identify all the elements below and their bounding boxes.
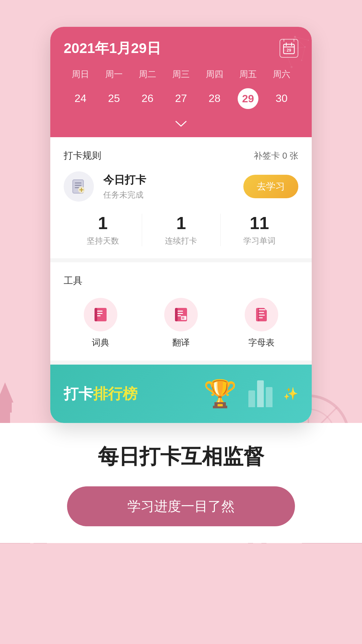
- tool-alphabet-label: 字母表: [248, 337, 275, 348]
- svg-line-35: [302, 47, 305, 60]
- page-wrapper: 2021年1月29日 29 周日 周一 周二 周三 周四 周五: [0, 0, 362, 563]
- svg-rect-59: [175, 308, 178, 321]
- weekday-mon: 周一: [97, 66, 131, 83]
- tool-dictionary-icon-wrap: [84, 298, 117, 331]
- ranking-highlight: 排行榜: [93, 385, 137, 402]
- date-28[interactable]: 28: [198, 88, 231, 109]
- stat-persist-days: 1 坚持天数: [64, 214, 142, 246]
- svg-rect-61: [182, 317, 184, 318]
- svg-rect-66: [259, 312, 264, 313]
- calendar-title: 2021年1月29日: [64, 39, 161, 58]
- checkin-task-status: 任务未完成: [103, 190, 146, 200]
- supplement-label: 补签卡 0 张: [254, 150, 298, 162]
- checkin-rules-label: 打卡规则: [64, 149, 101, 162]
- date-27[interactable]: 27: [164, 88, 198, 109]
- date-30[interactable]: 30: [265, 88, 298, 109]
- svg-rect-67: [259, 315, 265, 316]
- checkin-section: 打卡规则 补签卡 0 张: [50, 137, 312, 262]
- tool-translate[interactable]: 翻译: [144, 298, 218, 348]
- calendar-header: 2021年1月29日 29 周日 周一 周二 周三 周四 周五: [50, 27, 312, 137]
- ranking-banner[interactable]: 打卡排行榜 🏆 ✨: [50, 365, 312, 423]
- main-tagline: 每日打卡互相监督: [27, 443, 335, 470]
- svg-rect-44: [75, 182, 81, 183]
- phone-card: 2021年1月29日 29 周日 周一 周二 周三 周四 周五: [50, 27, 312, 423]
- tool-dictionary-label: 词典: [92, 337, 109, 348]
- study-button[interactable]: 去学习: [243, 175, 298, 198]
- stat-words-number: 11: [250, 214, 269, 233]
- cta-button[interactable]: 学习进度一目了然: [67, 486, 295, 526]
- ranking-prefix: 打卡: [64, 385, 93, 402]
- checkin-task-icon: [64, 171, 94, 202]
- tools-title: 工具: [64, 274, 298, 287]
- svg-rect-62: [182, 318, 184, 319]
- svg-text:29: 29: [287, 48, 291, 53]
- tools-grid: 词典: [64, 298, 298, 348]
- calendar-chevron[interactable]: [64, 116, 298, 137]
- bar-chart-icon: [248, 380, 273, 407]
- weekday-sun: 周日: [64, 66, 97, 83]
- stat-streak-label: 连续打卡: [165, 235, 197, 246]
- date-25[interactable]: 25: [97, 88, 131, 109]
- svg-rect-60: [181, 316, 186, 320]
- ranking-label: 打卡排行榜: [64, 384, 137, 404]
- svg-rect-65: [259, 309, 265, 310]
- stat-words-label: 学习单词: [243, 235, 276, 246]
- svg-rect-45: [75, 185, 81, 186]
- tool-alphabet[interactable]: 字母表: [225, 298, 298, 348]
- date-26[interactable]: 26: [131, 88, 164, 109]
- weekday-thu: 周四: [198, 66, 231, 83]
- date-row: 24 25 26 27 28 29 30: [64, 88, 298, 116]
- checkin-left: 今日打卡 任务未完成: [64, 171, 146, 202]
- stat-streak-number: 1: [176, 214, 186, 233]
- date-29-selected[interactable]: 29: [238, 88, 258, 109]
- stat-persist-number: 1: [98, 214, 108, 233]
- tool-dictionary[interactable]: 词典: [64, 298, 137, 348]
- checkin-today-label: 今日打卡: [103, 173, 146, 187]
- stat-words: 11 学习单词: [220, 214, 298, 246]
- checkin-section-header: 打卡规则 补签卡 0 张: [64, 149, 298, 162]
- weekday-tue: 周二: [131, 66, 164, 83]
- svg-rect-54: [95, 308, 97, 321]
- date-24[interactable]: 24: [64, 88, 97, 109]
- sparkle-decoration: ✨: [283, 387, 298, 401]
- stats-row: 1 坚持天数 1 连续打卡 11 学习单词: [64, 214, 298, 246]
- checkin-text: 今日打卡 任务未完成: [103, 173, 146, 200]
- calendar-icon[interactable]: 29: [280, 39, 298, 58]
- tool-translate-label: 翻译: [172, 337, 190, 348]
- trophy-icon: 🏆: [203, 378, 237, 410]
- svg-rect-68: [259, 317, 263, 318]
- tool-translate-icon-wrap: [164, 298, 198, 331]
- stat-streak: 1 连续打卡: [142, 214, 220, 246]
- stat-persist-label: 坚持天数: [87, 235, 119, 246]
- tool-alphabet-icon-wrap: [245, 298, 278, 331]
- weekday-wed: 周三: [164, 66, 198, 83]
- ranking-text-wrap: 打卡排行榜: [64, 384, 195, 404]
- checkin-row: 今日打卡 任务未完成 去学习: [64, 171, 298, 202]
- tools-section: 工具 词典: [50, 262, 312, 365]
- bottom-section: 每日打卡互相监督 学习进度一目了然: [0, 423, 362, 543]
